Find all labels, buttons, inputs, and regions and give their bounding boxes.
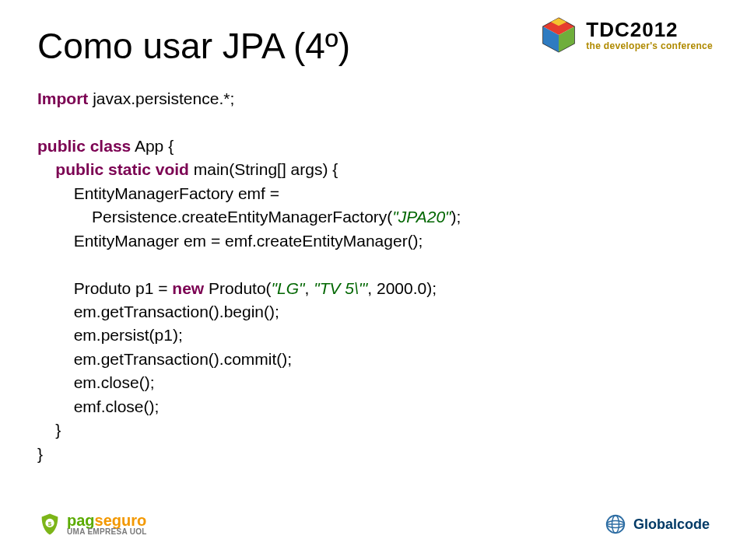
globalcode-logo: Globalcode: [604, 513, 710, 536]
code-block: Import javax.persistence.*; public class…: [37, 87, 710, 466]
tdc-logo: TDC2012 the developer's conference: [539, 16, 713, 54]
globalcode-text: Globalcode: [633, 516, 710, 533]
code-text: [37, 160, 55, 178]
code-str: "JPA20": [392, 208, 451, 226]
code-text: }: [37, 421, 61, 439]
pagseguro-logo: $ pagseguro UMA EMPRESA UOL: [37, 512, 147, 537]
code-kw: static: [108, 160, 151, 178]
code-text: , 2000.0);: [367, 279, 437, 297]
code-text: Produto(: [204, 279, 271, 297]
tdc-text: TDC2012 the developer's conference: [586, 19, 713, 51]
code-text: App {: [131, 137, 174, 155]
code-text: EntityManagerFactory emf =: [37, 184, 279, 202]
code-str: "LG": [272, 279, 305, 297]
code-text: Produto p1 =: [37, 279, 172, 297]
shield-icon: $: [37, 512, 62, 537]
code-kw: Import: [37, 89, 88, 107]
code-text: main(String[] args) {: [189, 160, 338, 178]
code-text: em.persist(p1);: [37, 326, 183, 344]
slide-title: Como usar JPA (4º): [37, 25, 350, 67]
code-text: em.getTransaction().commit();: [37, 350, 292, 368]
code-text: javax.persistence.*;: [88, 89, 234, 107]
cube-icon: [539, 16, 578, 54]
pag-subtitle: UMA EMPRESA UOL: [67, 528, 147, 536]
code-str: "TV 5\'": [314, 279, 367, 297]
tdc-title: TDC2012: [586, 19, 713, 40]
code-text: EntityManager em = emf.createEntityManag…: [37, 232, 423, 250]
pagseguro-text: pagseguro UMA EMPRESA UOL: [67, 513, 147, 536]
pag-label: pag: [67, 512, 95, 529]
code-text: ,: [305, 279, 314, 297]
code-kw: new: [172, 279, 204, 297]
code-text: }: [37, 445, 43, 463]
code-text: );: [451, 208, 461, 226]
code-kw: void: [156, 160, 189, 178]
code-kw: public: [37, 137, 86, 155]
code-kw: public: [55, 160, 103, 178]
code-kw: class: [90, 137, 132, 155]
code-text: Persistence.createEntityManagerFactory(: [37, 208, 392, 226]
footer: $ pagseguro UMA EMPRESA UOL Globalcode: [0, 502, 747, 546]
code-text: emf.close();: [37, 397, 159, 415]
svg-text:$: $: [48, 520, 52, 527]
code-text: em.close();: [37, 373, 155, 391]
globe-icon: [604, 513, 627, 536]
seguro-label: seguro: [95, 512, 147, 529]
tdc-subtitle: the developer's conference: [586, 41, 713, 51]
code-text: em.getTransaction().begin();: [37, 303, 279, 320]
